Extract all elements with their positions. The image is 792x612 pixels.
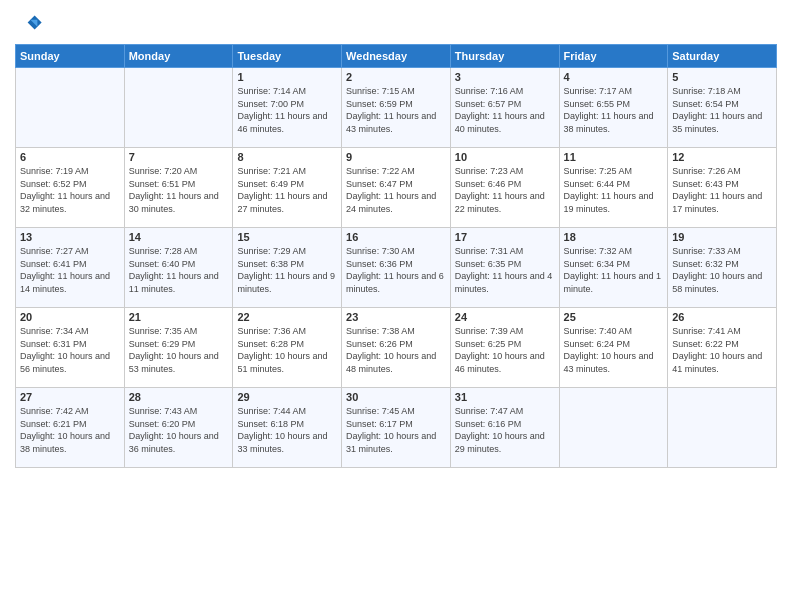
calendar-cell: 21Sunrise: 7:35 AM Sunset: 6:29 PM Dayli… [124, 308, 233, 388]
day-info: Sunrise: 7:27 AM Sunset: 6:41 PM Dayligh… [20, 245, 120, 295]
calendar-week-4: 20Sunrise: 7:34 AM Sunset: 6:31 PM Dayli… [16, 308, 777, 388]
day-number: 29 [237, 391, 337, 403]
day-info: Sunrise: 7:23 AM Sunset: 6:46 PM Dayligh… [455, 165, 555, 215]
calendar-cell: 24Sunrise: 7:39 AM Sunset: 6:25 PM Dayli… [450, 308, 559, 388]
calendar-cell: 18Sunrise: 7:32 AM Sunset: 6:34 PM Dayli… [559, 228, 668, 308]
day-number: 10 [455, 151, 555, 163]
day-number: 16 [346, 231, 446, 243]
day-number: 30 [346, 391, 446, 403]
day-info: Sunrise: 7:29 AM Sunset: 6:38 PM Dayligh… [237, 245, 337, 295]
day-number: 2 [346, 71, 446, 83]
calendar-cell: 16Sunrise: 7:30 AM Sunset: 6:36 PM Dayli… [342, 228, 451, 308]
day-number: 25 [564, 311, 664, 323]
day-number: 9 [346, 151, 446, 163]
day-info: Sunrise: 7:15 AM Sunset: 6:59 PM Dayligh… [346, 85, 446, 135]
day-info: Sunrise: 7:20 AM Sunset: 6:51 PM Dayligh… [129, 165, 229, 215]
day-number: 8 [237, 151, 337, 163]
day-info: Sunrise: 7:41 AM Sunset: 6:22 PM Dayligh… [672, 325, 772, 375]
page-container: SundayMondayTuesdayWednesdayThursdayFrid… [0, 0, 792, 473]
day-info: Sunrise: 7:18 AM Sunset: 6:54 PM Dayligh… [672, 85, 772, 135]
weekday-header-thursday: Thursday [450, 45, 559, 68]
calendar-cell: 27Sunrise: 7:42 AM Sunset: 6:21 PM Dayli… [16, 388, 125, 468]
calendar-cell: 29Sunrise: 7:44 AM Sunset: 6:18 PM Dayli… [233, 388, 342, 468]
day-number: 22 [237, 311, 337, 323]
weekday-header-wednesday: Wednesday [342, 45, 451, 68]
day-number: 4 [564, 71, 664, 83]
calendar-cell: 7Sunrise: 7:20 AM Sunset: 6:51 PM Daylig… [124, 148, 233, 228]
weekday-header-tuesday: Tuesday [233, 45, 342, 68]
calendar-cell: 23Sunrise: 7:38 AM Sunset: 6:26 PM Dayli… [342, 308, 451, 388]
calendar-cell: 22Sunrise: 7:36 AM Sunset: 6:28 PM Dayli… [233, 308, 342, 388]
calendar-cell: 1Sunrise: 7:14 AM Sunset: 7:00 PM Daylig… [233, 68, 342, 148]
day-info: Sunrise: 7:47 AM Sunset: 6:16 PM Dayligh… [455, 405, 555, 455]
calendar-cell: 8Sunrise: 7:21 AM Sunset: 6:49 PM Daylig… [233, 148, 342, 228]
calendar-week-3: 13Sunrise: 7:27 AM Sunset: 6:41 PM Dayli… [16, 228, 777, 308]
header [15, 10, 777, 38]
day-info: Sunrise: 7:30 AM Sunset: 6:36 PM Dayligh… [346, 245, 446, 295]
day-number: 31 [455, 391, 555, 403]
day-info: Sunrise: 7:35 AM Sunset: 6:29 PM Dayligh… [129, 325, 229, 375]
day-number: 12 [672, 151, 772, 163]
day-number: 20 [20, 311, 120, 323]
calendar-cell [124, 68, 233, 148]
calendar-cell: 2Sunrise: 7:15 AM Sunset: 6:59 PM Daylig… [342, 68, 451, 148]
day-number: 3 [455, 71, 555, 83]
day-info: Sunrise: 7:39 AM Sunset: 6:25 PM Dayligh… [455, 325, 555, 375]
day-info: Sunrise: 7:38 AM Sunset: 6:26 PM Dayligh… [346, 325, 446, 375]
calendar-cell: 17Sunrise: 7:31 AM Sunset: 6:35 PM Dayli… [450, 228, 559, 308]
day-number: 15 [237, 231, 337, 243]
day-number: 7 [129, 151, 229, 163]
day-number: 13 [20, 231, 120, 243]
calendar-week-2: 6Sunrise: 7:19 AM Sunset: 6:52 PM Daylig… [16, 148, 777, 228]
weekday-header-friday: Friday [559, 45, 668, 68]
weekday-header-monday: Monday [124, 45, 233, 68]
day-info: Sunrise: 7:43 AM Sunset: 6:20 PM Dayligh… [129, 405, 229, 455]
day-info: Sunrise: 7:40 AM Sunset: 6:24 PM Dayligh… [564, 325, 664, 375]
day-number: 6 [20, 151, 120, 163]
calendar-cell: 25Sunrise: 7:40 AM Sunset: 6:24 PM Dayli… [559, 308, 668, 388]
day-info: Sunrise: 7:31 AM Sunset: 6:35 PM Dayligh… [455, 245, 555, 295]
calendar-cell: 10Sunrise: 7:23 AM Sunset: 6:46 PM Dayli… [450, 148, 559, 228]
calendar-cell: 14Sunrise: 7:28 AM Sunset: 6:40 PM Dayli… [124, 228, 233, 308]
day-number: 23 [346, 311, 446, 323]
calendar-week-1: 1Sunrise: 7:14 AM Sunset: 7:00 PM Daylig… [16, 68, 777, 148]
day-info: Sunrise: 7:44 AM Sunset: 6:18 PM Dayligh… [237, 405, 337, 455]
calendar-cell: 31Sunrise: 7:47 AM Sunset: 6:16 PM Dayli… [450, 388, 559, 468]
calendar-week-5: 27Sunrise: 7:42 AM Sunset: 6:21 PM Dayli… [16, 388, 777, 468]
day-info: Sunrise: 7:19 AM Sunset: 6:52 PM Dayligh… [20, 165, 120, 215]
day-info: Sunrise: 7:21 AM Sunset: 6:49 PM Dayligh… [237, 165, 337, 215]
day-number: 17 [455, 231, 555, 243]
day-number: 14 [129, 231, 229, 243]
day-info: Sunrise: 7:33 AM Sunset: 6:32 PM Dayligh… [672, 245, 772, 295]
calendar-cell: 13Sunrise: 7:27 AM Sunset: 6:41 PM Dayli… [16, 228, 125, 308]
day-info: Sunrise: 7:34 AM Sunset: 6:31 PM Dayligh… [20, 325, 120, 375]
calendar-cell: 28Sunrise: 7:43 AM Sunset: 6:20 PM Dayli… [124, 388, 233, 468]
day-number: 27 [20, 391, 120, 403]
day-info: Sunrise: 7:42 AM Sunset: 6:21 PM Dayligh… [20, 405, 120, 455]
calendar-cell: 4Sunrise: 7:17 AM Sunset: 6:55 PM Daylig… [559, 68, 668, 148]
day-info: Sunrise: 7:26 AM Sunset: 6:43 PM Dayligh… [672, 165, 772, 215]
day-info: Sunrise: 7:22 AM Sunset: 6:47 PM Dayligh… [346, 165, 446, 215]
day-number: 19 [672, 231, 772, 243]
weekday-header-row: SundayMondayTuesdayWednesdayThursdayFrid… [16, 45, 777, 68]
calendar-cell: 20Sunrise: 7:34 AM Sunset: 6:31 PM Dayli… [16, 308, 125, 388]
logo [15, 10, 47, 38]
day-number: 5 [672, 71, 772, 83]
calendar-cell [668, 388, 777, 468]
day-info: Sunrise: 7:28 AM Sunset: 6:40 PM Dayligh… [129, 245, 229, 295]
day-number: 28 [129, 391, 229, 403]
day-info: Sunrise: 7:25 AM Sunset: 6:44 PM Dayligh… [564, 165, 664, 215]
day-number: 11 [564, 151, 664, 163]
calendar-table: SundayMondayTuesdayWednesdayThursdayFrid… [15, 44, 777, 468]
day-info: Sunrise: 7:16 AM Sunset: 6:57 PM Dayligh… [455, 85, 555, 135]
day-number: 18 [564, 231, 664, 243]
calendar-cell: 12Sunrise: 7:26 AM Sunset: 6:43 PM Dayli… [668, 148, 777, 228]
day-info: Sunrise: 7:17 AM Sunset: 6:55 PM Dayligh… [564, 85, 664, 135]
calendar-cell [559, 388, 668, 468]
calendar-cell: 6Sunrise: 7:19 AM Sunset: 6:52 PM Daylig… [16, 148, 125, 228]
calendar-cell: 9Sunrise: 7:22 AM Sunset: 6:47 PM Daylig… [342, 148, 451, 228]
weekday-header-sunday: Sunday [16, 45, 125, 68]
calendar-cell: 30Sunrise: 7:45 AM Sunset: 6:17 PM Dayli… [342, 388, 451, 468]
calendar-cell: 26Sunrise: 7:41 AM Sunset: 6:22 PM Dayli… [668, 308, 777, 388]
day-info: Sunrise: 7:36 AM Sunset: 6:28 PM Dayligh… [237, 325, 337, 375]
